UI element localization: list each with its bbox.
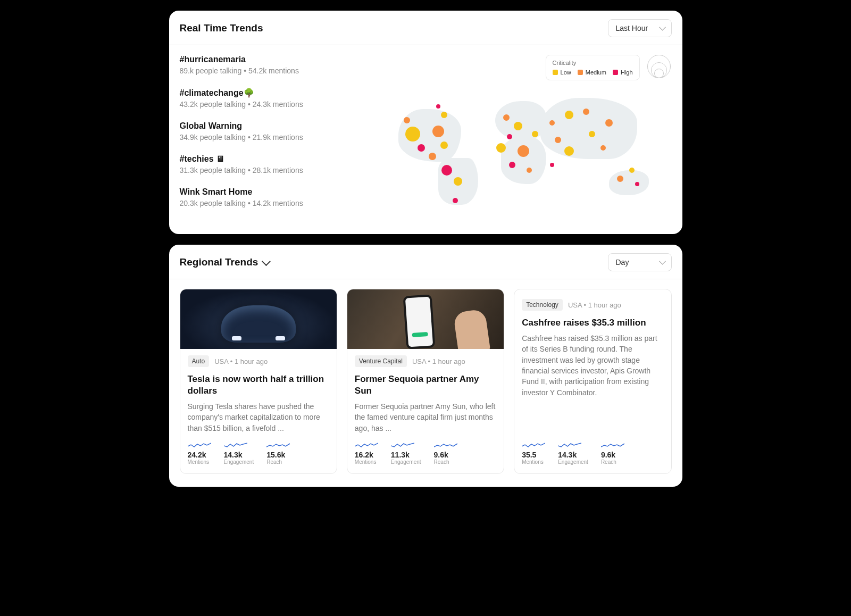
article-title: Former Sequoia partner Amy Sun (355, 373, 496, 397)
trend-name: Global Warning (180, 121, 377, 131)
stat-label: Engagement (391, 459, 421, 465)
stat-value: 14.3k (558, 451, 588, 459)
trend-meta: 34.9k people talking • 21.9k mentions (180, 133, 377, 141)
stat-value: 9.6k (434, 451, 457, 459)
regional-title: Regional Trends (180, 256, 258, 268)
article-title: Cashfree raises $35.3 million (522, 317, 663, 329)
article-desc: Former Sequoia partner Amy Sun, who left… (355, 401, 496, 434)
stat-label: Engagement (224, 459, 254, 465)
criticality-legend: Criticality Low Medium High (546, 55, 640, 80)
realtime-range-select[interactable]: Last Hour (608, 19, 672, 37)
realtime-title: Real Time Trends (180, 22, 263, 34)
realtime-body: #hurricanemaria 89.k people talking • 54… (169, 45, 682, 234)
stat-value: 15.6k (266, 451, 290, 459)
stat-label: Mentions (355, 459, 378, 465)
stat-label: Reach (434, 459, 457, 465)
stat-label: Reach (266, 459, 290, 465)
sparkline-icon (434, 442, 457, 448)
stat-value: 11.3k (391, 451, 421, 459)
stat-label: Reach (601, 459, 624, 465)
swatch-low-icon (553, 70, 558, 75)
article-desc: Surging Tesla shares have pushed the com… (188, 401, 329, 434)
stat-engagement: 14.3k Engagement (224, 442, 254, 465)
article-meta: Venture Capital USA • 1 hour ago (355, 355, 496, 367)
stat-label: Mentions (188, 459, 211, 465)
sparkline-icon (391, 442, 414, 448)
trend-name: Wink Smart Home (180, 187, 377, 197)
regional-title-wrap[interactable]: Regional Trends (180, 256, 269, 268)
stat-value: 9.6k (601, 451, 624, 459)
article-thumb (347, 289, 504, 349)
stat-engagement: 11.3k Engagement (391, 442, 421, 465)
article-title: Tesla is now worth half a trillion dolla… (188, 373, 329, 397)
stat-reach: 9.6k Reach (434, 442, 457, 465)
world-map-graphic (387, 81, 672, 220)
stat-value: 14.3k (224, 451, 254, 459)
sparkline-icon (224, 442, 247, 448)
realtime-trends-card: Real Time Trends Last Hour #hurricanemar… (169, 11, 682, 234)
realtime-header: Real Time Trends Last Hour (169, 11, 682, 45)
trend-list: #hurricanemaria 89.k people talking • 54… (180, 55, 377, 220)
world-map: Criticality Low Medium High (387, 55, 672, 220)
article-thumb (180, 289, 337, 349)
regional-body: Auto USA • 1 hour ago Tesla is now worth… (169, 279, 682, 487)
article-body: Venture Capital USA • 1 hour ago Former … (347, 349, 504, 473)
stat-label: Mentions (522, 459, 545, 465)
trend-item[interactable]: Global Warning 34.9k people talking • 21… (180, 121, 377, 141)
trend-meta: 31.3k people talking • 28.1k mentions (180, 166, 377, 174)
trend-item[interactable]: #hurricanemaria 89.k people talking • 54… (180, 55, 377, 75)
regional-header: Regional Trends Day (169, 245, 682, 279)
article-body: Auto USA • 1 hour ago Tesla is now worth… (180, 349, 337, 473)
trend-name: #climatechange🌳 (180, 88, 377, 98)
size-legend-icon (646, 55, 672, 80)
article-tag: Auto (188, 355, 210, 367)
article-card[interactable]: Venture Capital USA • 1 hour ago Former … (347, 289, 504, 474)
trend-item[interactable]: Wink Smart Home 20.3k people talking • 1… (180, 187, 377, 207)
article-meta-text: USA • 1 hour ago (214, 357, 268, 365)
sparkline-icon (188, 442, 211, 448)
article-tag: Technology (522, 299, 563, 311)
article-body: Technology USA • 1 hour ago Cashfree rai… (514, 289, 671, 473)
sparkline-icon (601, 442, 624, 448)
stat-engagement: 14.3k Engagement (558, 442, 588, 465)
stat-mentions: 24.2k Mentions (188, 442, 211, 465)
chevron-down-icon (262, 257, 271, 266)
article-tag: Venture Capital (355, 355, 407, 367)
stat-mentions: 35.5 Mentions (522, 442, 545, 465)
stat-mentions: 16.2k Mentions (355, 442, 378, 465)
trend-name: #hurricanemaria (180, 55, 377, 64)
trend-meta: 20.3k people talking • 14.2k mentions (180, 199, 377, 207)
stat-value: 16.2k (355, 451, 378, 459)
stat-reach: 9.6k Reach (601, 442, 624, 465)
regional-range-value: Day (616, 258, 629, 267)
trend-meta: 89.k people talking • 54.2k mentions (180, 66, 377, 75)
article-meta-text: USA • 1 hour ago (412, 357, 465, 365)
sparkline-icon (522, 442, 545, 448)
article-stats: 35.5 Mentions 14.3k Engagement 9.6k Reac… (522, 442, 663, 465)
swatch-medium-icon (578, 70, 583, 75)
legend-high: High (613, 69, 633, 76)
legend-medium: Medium (578, 69, 606, 76)
regional-trends-card: Regional Trends Day Auto USA • 1 hour ag… (169, 245, 682, 487)
trend-item[interactable]: #techies 🖥 31.3k people talking • 28.1k … (180, 154, 377, 174)
article-stats: 24.2k Mentions 14.3k Engagement 15.6k Re… (188, 442, 329, 465)
sparkline-icon (266, 442, 290, 448)
trend-name: #techies 🖥 (180, 154, 377, 164)
legend-low: Low (553, 69, 571, 76)
article-card[interactable]: Technology USA • 1 hour ago Cashfree rai… (514, 289, 671, 474)
regional-range-select[interactable]: Day (608, 253, 672, 271)
article-meta-text: USA • 1 hour ago (568, 301, 621, 309)
stat-value: 24.2k (188, 451, 211, 459)
article-stats: 16.2k Mentions 11.3k Engagement 9.6k Rea… (355, 442, 496, 465)
article-desc: Cashfree has raised $35.3 million as par… (522, 333, 663, 434)
article-card[interactable]: Auto USA • 1 hour ago Tesla is now worth… (180, 289, 337, 474)
realtime-range-value: Last Hour (616, 24, 648, 32)
trend-item[interactable]: #climatechange🌳 43.2k people talking • 2… (180, 88, 377, 109)
trend-meta: 43.2k people talking • 24.3k mentions (180, 100, 377, 109)
swatch-high-icon (613, 70, 618, 75)
article-meta: Auto USA • 1 hour ago (188, 355, 329, 367)
stat-label: Engagement (558, 459, 588, 465)
legend-title: Criticality (553, 60, 633, 66)
stat-value: 35.5 (522, 451, 545, 459)
legend-row: Low Medium High (553, 69, 633, 76)
